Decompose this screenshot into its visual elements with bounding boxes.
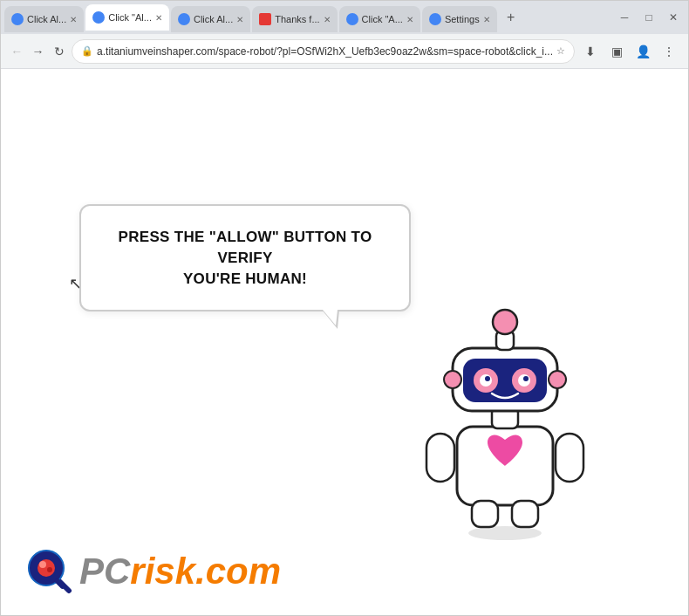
svg-point-24: [39, 561, 46, 568]
pcrisk-risk: risk.com: [130, 551, 281, 592]
svg-rect-2: [426, 434, 454, 482]
speech-line-1: PRESS THE "ALLOW" BUTTON TO VERIFY: [119, 229, 372, 266]
menu-icon[interactable]: ⋮: [657, 39, 681, 64]
pcrisk-logo: PCrisk.com: [27, 549, 281, 594]
lock-icon: 🔒: [81, 45, 93, 57]
nav-icons: ⬇ ▣ 👤 ⋮: [578, 39, 681, 64]
svg-rect-3: [556, 434, 583, 482]
tab-3-favicon: [178, 13, 190, 25]
back-button[interactable]: ←: [8, 39, 25, 64]
close-button[interactable]: ✕: [662, 10, 685, 25]
speech-bubble-text: PRESS THE "ALLOW" BUTTON TO VERIFY YOU'R…: [106, 227, 385, 289]
minimize-button[interactable]: ─: [613, 10, 636, 25]
tab-6-close[interactable]: ✕: [483, 15, 490, 24]
tab-5-favicon: [346, 13, 358, 25]
tab-1-label: Click Al...: [27, 14, 66, 24]
svg-rect-5: [512, 501, 538, 527]
tab-6-label: Settings: [445, 14, 480, 24]
new-tab-button[interactable]: +: [499, 5, 523, 30]
extension-icon[interactable]: ▣: [604, 39, 629, 64]
forward-button[interactable]: →: [29, 39, 46, 64]
tab-1-favicon: [11, 13, 24, 25]
tab-4-close[interactable]: ✕: [324, 15, 331, 24]
tab-2-close[interactable]: ✕: [155, 13, 162, 23]
svg-point-0: [468, 526, 542, 540]
tab-5-close[interactable]: ✕: [406, 15, 413, 24]
tab-2[interactable]: Click "Al... ✕: [85, 4, 169, 31]
speech-line-2: YOU'RE HUMAN!: [183, 270, 307, 287]
title-bar: Click Al... ✕ Click "Al... ✕ Click Al...…: [1, 1, 688, 34]
svg-point-17: [444, 371, 461, 388]
tab-2-favicon: [92, 11, 105, 24]
tab-3[interactable]: Click Al... ✕: [171, 6, 250, 32]
pcrisk-text: PCrisk.com: [79, 553, 281, 590]
tab-1-close[interactable]: ✕: [70, 15, 77, 24]
svg-point-14: [523, 376, 529, 381]
tab-5-label: Click "A...: [362, 14, 403, 24]
pcrisk-icon: [27, 549, 72, 594]
svg-point-16: [493, 310, 517, 334]
download-icon[interactable]: ⬇: [578, 39, 603, 64]
speech-bubble: PRESS THE "ALLOW" BUTTON TO VERIFY YOU'R…: [79, 204, 411, 311]
tab-2-label: Click "Al...: [108, 12, 152, 23]
robot-illustration: [409, 296, 601, 540]
svg-point-23: [38, 559, 55, 577]
tab-3-label: Click Al...: [194, 14, 233, 24]
profile-icon[interactable]: 👤: [631, 39, 655, 64]
reload-button[interactable]: ↻: [51, 39, 68, 64]
tab-4-favicon: [259, 13, 271, 25]
tab-6-favicon: [429, 13, 441, 25]
svg-point-25: [47, 567, 52, 572]
svg-rect-4: [472, 501, 498, 527]
address-bar[interactable]: 🔒 a.titaniumveinshaper.com/space-robot/?…: [72, 39, 575, 64]
tab-4[interactable]: Thanks f... ✕: [252, 6, 337, 32]
nav-bar: ← → ↻ 🔒 a.titaniumveinshaper.com/space-r…: [1, 34, 688, 69]
tab-1[interactable]: Click Al... ✕: [4, 6, 84, 32]
svg-point-13: [485, 376, 490, 381]
robot-svg: [409, 296, 601, 540]
tab-3-close[interactable]: ✕: [236, 15, 243, 24]
browser-window: Click Al... ✕ Click "Al... ✕ Click Al...…: [0, 0, 689, 616]
address-text: a.titaniumveinshaper.com/space-robot/?pl…: [97, 45, 553, 58]
tab-5[interactable]: Click "A... ✕: [339, 6, 420, 32]
tab-6[interactable]: Settings ✕: [422, 6, 497, 32]
maximize-button[interactable]: □: [638, 10, 660, 25]
svg-point-18: [549, 371, 566, 388]
star-icon[interactable]: ☆: [556, 45, 565, 57]
window-controls: ─ □ ✕: [613, 10, 685, 25]
tab-4-label: Thanks f...: [275, 14, 319, 24]
page-content: ↖ PRESS THE "ALLOW" BUTTON TO VERIFY YOU…: [1, 69, 688, 615]
